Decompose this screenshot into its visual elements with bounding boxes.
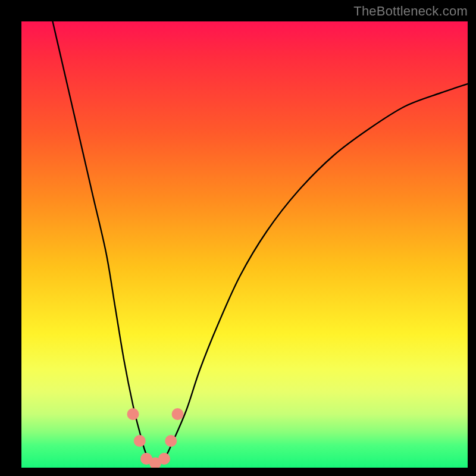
curve-marker (172, 408, 184, 420)
curve-marker (165, 435, 177, 447)
curve-markers (127, 408, 184, 468)
curve-marker (134, 435, 146, 447)
chart-svg (21, 21, 468, 468)
curve-marker (158, 453, 170, 465)
watermark-text: TheBottleneck.com (353, 4, 468, 19)
bottleneck-curve (53, 21, 468, 464)
curve-marker (127, 408, 139, 420)
chart-frame: TheBottleneck.com (0, 0, 476, 476)
chart-plot-area (21, 21, 468, 468)
